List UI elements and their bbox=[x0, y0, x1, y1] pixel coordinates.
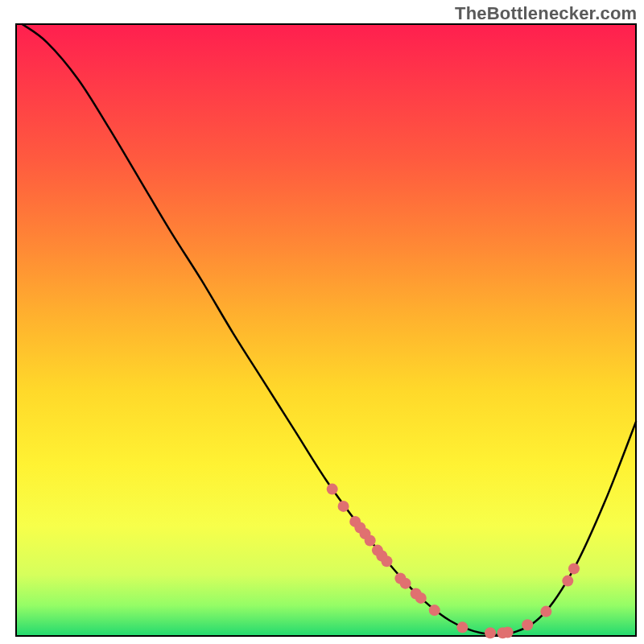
chart-container: TheBottlenecker.com bbox=[0, 0, 644, 644]
curve-marker bbox=[381, 555, 392, 567]
curve-marker bbox=[522, 619, 533, 630]
curve-marker bbox=[338, 501, 349, 512]
curve-marker bbox=[485, 627, 496, 638]
curve-marker bbox=[400, 578, 411, 589]
curve-marker bbox=[562, 576, 573, 587]
curve-marker bbox=[568, 563, 580, 574]
curve-marker bbox=[415, 592, 427, 604]
curve-marker bbox=[456, 621, 468, 633]
curve-marker bbox=[429, 605, 440, 616]
curve-marker bbox=[502, 626, 514, 638]
bottleneck-chart bbox=[0, 0, 644, 644]
curve-marker bbox=[365, 535, 376, 546]
curve-marker bbox=[327, 484, 338, 495]
watermark-text: TheBottlenecker.com bbox=[455, 3, 637, 24]
gradient-background bbox=[16, 24, 636, 636]
curve-marker bbox=[540, 606, 551, 617]
